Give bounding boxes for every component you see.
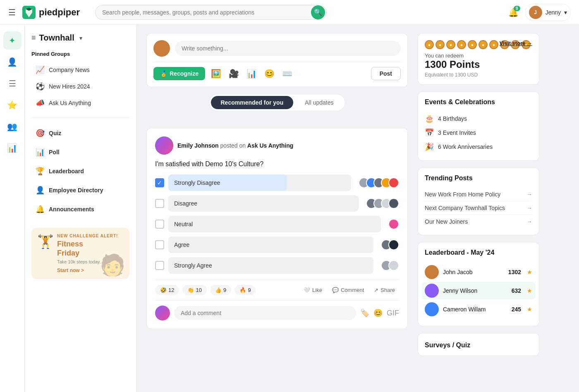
poll-avatars-neutral <box>388 219 399 229</box>
sidebar-announcements[interactable]: 🔔 Announcements <box>31 201 129 218</box>
trending-card: Trending Posts New Work From Home Policy… <box>418 167 539 235</box>
arrow-icon-3: → <box>526 218 532 225</box>
lb-item-1[interactable]: John Jacob 1302 ★ <box>425 262 532 282</box>
share-button[interactable]: ↗ Share <box>370 285 399 295</box>
comment-gif-icon[interactable]: GIF <box>387 309 399 318</box>
poll-checkbox-strongly-disagree[interactable]: ✓ <box>155 178 164 187</box>
trending-post-1-label: New Work From Home Policy <box>425 191 500 198</box>
sidebar-group-ask-anything[interactable]: 📣 Ask Us Anything <box>31 95 129 111</box>
sidebar: ≡ Townhall ▾ Pinned Groups 📈 Company New… <box>25 25 136 392</box>
user-menu[interactable]: J Jenny ▾ <box>525 4 571 21</box>
tab-all-updates[interactable]: All updates <box>295 96 343 109</box>
compose-input[interactable] <box>175 41 401 56</box>
trending-icon: 📈 <box>36 65 45 74</box>
icon-bar-profile[interactable]: 👤 <box>3 53 22 71</box>
soccer-icon: ⚽ <box>36 82 45 91</box>
clap-icon: 👏 <box>187 287 194 293</box>
poll-checkbox-disagree[interactable] <box>155 199 164 208</box>
keyboard-icon[interactable]: ⌨️ <box>280 67 294 80</box>
recognize-label: Recognize <box>170 70 199 77</box>
post-header: Emily Johnson posted on Ask Us Anything <box>155 136 399 155</box>
app-logo[interactable]: piedpiper <box>22 6 89 19</box>
challenge-alert-label: NEW CHALLENGE ALERT! <box>57 234 118 238</box>
comment-input[interactable] <box>174 306 356 320</box>
comment-label: Comment <box>341 287 364 293</box>
event-invites[interactable]: 📅 3 Event Invites <box>425 126 532 140</box>
poll-bar-disagree[interactable]: Disagree <box>168 195 359 212</box>
challenge-card: 🏋️ NEW CHALLENGE ALERT! FitnessFriday Ta… <box>31 228 129 279</box>
trending-post-1[interactable]: New Work From Home Policy → <box>425 188 532 201</box>
app-layout: ✦ 👤 ☰ ⭐ 👥 📊 ≡ Townhall ▾ Pinned Groups 📈… <box>0 25 579 392</box>
notification-button[interactable]: 🔔 9 <box>508 7 519 17</box>
sidebar-nav-label: Leaderboard <box>49 168 84 174</box>
poll-icon: 📊 <box>36 148 45 157</box>
icon-bar-star[interactable]: ⭐ <box>3 96 22 114</box>
recognize-button[interactable]: 🏅 Recognize <box>153 67 205 80</box>
sidebar-group-company-news[interactable]: 📈 Company News <box>31 62 129 78</box>
icon-bar-home[interactable]: ✦ <box>3 31 22 50</box>
reaction-fire[interactable]: 🔥 9 <box>234 285 256 295</box>
lb-score-2: 632 <box>512 287 521 294</box>
sidebar-leaderboard[interactable]: 🏆 Leaderboard <box>31 163 129 180</box>
points-redeem-text: You can redeem <box>425 53 532 59</box>
like-label: Like <box>312 287 322 293</box>
hamburger-button[interactable]: ☰ <box>8 7 16 17</box>
chart-icon[interactable]: 📊 <box>245 67 258 80</box>
arrow-icon-2: → <box>526 205 532 211</box>
icon-bar-menu[interactable]: ☰ <box>3 74 22 93</box>
post-group-name[interactable]: Ask Us Anything <box>247 142 294 149</box>
event-anniversaries[interactable]: 🎉 6 Work Anniversaries <box>425 140 532 154</box>
post-card: Emily Johnson posted on Ask Us Anything … <box>146 128 408 329</box>
poll-bar-strongly-agree[interactable]: Strongly Agree <box>168 257 373 274</box>
top-nav-right: 🔔 9 J Jenny ▾ <box>508 4 571 21</box>
trending-post-3[interactable]: Our New Joiners → <box>425 215 532 228</box>
comment-tag-icon[interactable]: 🏷️ <box>360 308 369 318</box>
visit-store-button[interactable]: Visit store → <box>500 40 532 46</box>
like-button[interactable]: 🤍 Like <box>299 285 326 295</box>
chevron-down-icon: ▾ <box>564 9 567 16</box>
icon-bar-people[interactable]: 👥 <box>3 117 22 136</box>
sidebar-dropdown-icon[interactable]: ▾ <box>79 35 82 41</box>
reaction-thumbsup[interactable]: 👍 9 <box>210 285 231 295</box>
video-icon[interactable]: 🎥 <box>227 67 241 80</box>
reaction-clap[interactable]: 👏 10 <box>182 285 206 295</box>
emoji-icon[interactable]: 😊 <box>263 67 276 80</box>
lb-item-3[interactable]: Cameron Willam 245 ★ <box>425 299 532 319</box>
lb-star-3: ★ <box>527 306 532 313</box>
reaction-laugh[interactable]: 🤣 12 <box>155 285 179 295</box>
poll-checkbox-agree[interactable] <box>155 240 164 249</box>
comment-emoji-icon[interactable]: 😊 <box>373 308 383 318</box>
events-title: Events & Celebrations <box>425 98 532 106</box>
directory-icon: 👤 <box>36 186 45 195</box>
gif-icon[interactable]: 🖼️ <box>209 67 223 80</box>
poll-bar-agree[interactable]: Agree <box>168 237 373 253</box>
poll-bar-neutral[interactable]: Neutral <box>168 216 381 232</box>
sidebar-poll[interactable]: 📊 Poll <box>31 143 129 161</box>
poll-bar-strongly-disagree[interactable]: Strongly Disagree <box>168 174 351 191</box>
post-button[interactable]: Post <box>371 67 401 80</box>
icon-bar-analytics[interactable]: 📊 <box>3 139 22 157</box>
sidebar-group-new-hires[interactable]: ⚽ New Hires 2024 <box>31 79 129 94</box>
lb-avatar-3 <box>425 302 439 316</box>
sidebar-quiz[interactable]: 🎯 Quiz <box>31 124 129 142</box>
poll-checkbox-strongly-agree[interactable] <box>155 261 164 270</box>
poll-label-agree: Agree <box>168 241 195 248</box>
trending-post-2[interactable]: Next Company Townhall Topics → <box>425 201 532 215</box>
poll-avatars-agree <box>381 239 399 250</box>
event-birthdays[interactable]: 🎂 4 Birthdays <box>425 112 532 126</box>
lb-item-2[interactable]: Jenny Wilson 632 ★ <box>421 282 536 299</box>
comment-button[interactable]: 💬 Comment <box>328 285 368 295</box>
search-button[interactable]: 🔍 <box>311 5 325 19</box>
search-input[interactable] <box>95 5 327 20</box>
sidebar-employee-directory[interactable]: 👤 Employee Directory <box>31 182 129 199</box>
sidebar-nav-label: Quiz <box>49 130 61 136</box>
sidebar-group-label: Ask Us Anything <box>49 100 91 106</box>
tab-recommended[interactable]: Recommended for you <box>211 96 294 109</box>
poll-checkbox-neutral[interactable] <box>155 220 164 229</box>
sidebar-nav-label: Employee Directory <box>49 187 103 194</box>
app-name: piedpiper <box>39 7 80 18</box>
surveys-card: Surveys / Quiz <box>418 333 539 356</box>
lb-name-2: Jenny Wilson <box>443 287 507 294</box>
compose-box: 🏅 Recognize 🖼️ 🎥 📊 😊 ⌨️ Post <box>146 33 408 87</box>
anniversary-icon: 🎉 <box>425 142 434 151</box>
